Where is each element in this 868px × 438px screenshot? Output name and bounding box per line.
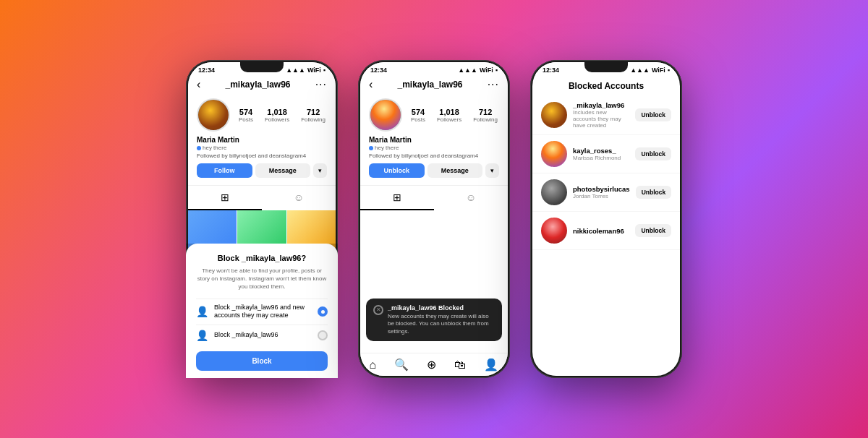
wifi-icon-3: WiFi — [652, 66, 665, 74]
back-icon-1[interactable]: ‹ — [197, 78, 200, 91]
home-icon-2[interactable]: ⌂ — [370, 358, 377, 372]
chevron-button-2[interactable]: ▾ — [485, 163, 499, 178]
grid-posts-icon-1: ⊞ — [221, 192, 229, 203]
blocked-accounts-title: Blocked Accounts — [532, 75, 680, 95]
blocked-item-1: _mikayla_law96 Includes new accounts the… — [532, 95, 680, 135]
block-dialog: Block _mikayla_law96? They won't be able… — [188, 244, 336, 376]
stat-posts-2: 574 Posts — [411, 108, 425, 123]
status-icons-1: ▲▲▲ WiFi ▪ — [286, 66, 326, 74]
grid-tabs-1: ⊞ ☺ — [188, 185, 336, 210]
block-option-icon-2: 👤 — [196, 330, 208, 341]
profile-username-1: _mikayla_law96 — [225, 80, 290, 90]
grid-tab-tagged-1[interactable]: ☺ — [262, 186, 336, 210]
toast-text: _mikayla_law96 Blocked New accounts they… — [388, 304, 495, 335]
stats-1: 574 Posts 1,018 Followers 712 Following — [237, 108, 327, 123]
profile-username-2: _mikayla_law96 — [397, 80, 462, 90]
blocked-item-2: kayla_roses_ Marissa Richmond Unblock — [532, 135, 680, 173]
more-icon-1[interactable]: ··· — [315, 78, 327, 91]
phone1-content: ‹ _mikayla_law96 ··· 574 Posts — [188, 75, 336, 376]
blocked-sub-3: Jordan Torres — [573, 193, 630, 199]
unblock-btn-2[interactable]: Unblock — [635, 147, 671, 160]
block-option-1[interactable]: 👤 Block _mikayla_law96 and new accounts … — [196, 299, 328, 325]
search-icon-2[interactable]: 🔍 — [394, 358, 409, 372]
chevron-button-1[interactable]: ▾ — [313, 163, 327, 178]
posts-num-2: 574 — [411, 108, 425, 116]
block-dialog-desc: They won't be able to find your profile,… — [196, 267, 328, 291]
profile-header-1: 574 Posts 1,018 Followers 712 Following — [197, 98, 327, 132]
notch-1 — [240, 62, 284, 72]
posts-label-1: Posts — [239, 116, 253, 123]
message-button-2[interactable]: Message — [427, 163, 483, 178]
posts-num-1: 574 — [239, 108, 253, 116]
blocked-sub-2: Marissa Richmond — [573, 155, 629, 161]
shop-icon-2[interactable]: 🛍 — [454, 358, 466, 372]
block-option-text-2: Block _mikayla_law96 — [214, 331, 312, 340]
block-dialog-title: Block _mikayla_law96? — [196, 254, 328, 262]
blocked-accounts-list: _mikayla_law96 Includes new accounts the… — [532, 95, 680, 376]
stat-posts-1: 574 Posts — [239, 108, 253, 123]
blocked-avatar-3[interactable] — [541, 179, 567, 205]
nav-bar-1: ‹ _mikayla_law96 ··· — [188, 75, 336, 94]
status-bar-2: 12:34 ▲▲▲ WiFi ▪ — [360, 62, 508, 75]
notch-3 — [584, 62, 628, 72]
status-time-1: 12:34 — [198, 66, 215, 74]
blocked-name-4: nikkicoleman96 — [573, 227, 629, 235]
radio-option-2[interactable] — [318, 330, 328, 340]
blocked-info-2: kayla_roses_ Marissa Richmond — [573, 147, 629, 161]
nav-bar-2: ‹ _mikayla_law96 ··· — [360, 75, 508, 94]
back-icon-2[interactable]: ‹ — [369, 78, 373, 91]
action-buttons-1: Follow Message ▾ — [197, 163, 327, 178]
followers-num-2: 1,018 — [437, 108, 461, 116]
radio-option-1[interactable] — [318, 306, 328, 317]
block-option-2[interactable]: 👤 Block _mikayla_law96 — [196, 325, 328, 345]
signal-icon-3: ▲▲▲ — [630, 66, 650, 74]
blocked-avatar-4[interactable] — [541, 218, 567, 244]
profile-section-1: 574 Posts 1,018 Followers 712 Following — [188, 94, 336, 182]
stat-following-2: 712 Following — [473, 108, 498, 123]
blocked-avatar-1[interactable] — [541, 102, 567, 128]
profile-followed-1: Followed by billynotjoel and deanstagram… — [197, 153, 327, 159]
blocked-info-3: photosbysirlucas Jordan Torres — [573, 185, 630, 199]
more-icon-2[interactable]: ··· — [488, 78, 499, 91]
blocked-avatar-2[interactable] — [541, 141, 567, 167]
profile-icon-2[interactable]: 👤 — [484, 358, 498, 372]
grid-tab-posts-1[interactable]: ⊞ — [188, 186, 262, 210]
profile-section-2: 574 Posts 1,018 Followers 712 Following … — [360, 94, 508, 182]
battery-icon-2: ▪ — [495, 66, 498, 74]
blocked-name-3: photosbysirlucas — [573, 185, 630, 193]
avatar-2[interactable] — [369, 98, 402, 132]
avatar-1[interactable] — [197, 98, 230, 132]
following-num-2: 712 — [473, 108, 498, 116]
grid-tagged-icon-2: ☺ — [466, 192, 476, 203]
blocked-sub-1: Includes new accounts they may have crea… — [573, 109, 629, 129]
unblock-btn-1[interactable]: Unblock — [635, 108, 671, 121]
profile-name-2: Maria Martin — [369, 136, 499, 144]
grid-tab-posts-2[interactable]: ⊞ — [360, 186, 434, 210]
followers-label-1: Followers — [265, 116, 289, 123]
unblock-btn-3[interactable]: Unblock — [636, 186, 672, 199]
blocked-name-1: _mikayla_law96 — [573, 101, 629, 109]
action-buttons-2: Unblock Message ▾ — [369, 163, 499, 178]
block-button[interactable]: Block — [196, 351, 328, 371]
status-icons-3: ▲▲▲ WiFi ▪ — [630, 66, 670, 74]
message-button-1[interactable]: Message — [255, 163, 311, 178]
blocked-item-3: photosbysirlucas Jordan Torres Unblock — [532, 173, 680, 212]
grid-tagged-icon-1: ☺ — [294, 192, 304, 203]
plus-icon-2[interactable]: ⊕ — [427, 358, 436, 372]
grid-tab-tagged-2[interactable]: ☺ — [434, 186, 508, 210]
unblock-btn-4[interactable]: Unblock — [635, 224, 671, 237]
phone-1: 12:34 ▲▲▲ WiFi ▪ ‹ _mikayla_law96 ··· — [186, 60, 338, 378]
phone-3: 12:34 ▲▲▲ WiFi ▪ Blocked Accounts _mikay… — [530, 60, 682, 378]
wifi-icon: WiFi — [307, 66, 321, 74]
unblock-button-2[interactable]: Unblock — [369, 163, 425, 178]
profile-bio-1: hey there — [197, 145, 327, 151]
verified-dot-1 — [197, 146, 201, 150]
profile-name-1: Maria Martin — [197, 136, 327, 144]
follow-button-1[interactable]: Follow — [197, 163, 252, 178]
stats-2: 574 Posts 1,018 Followers 712 Following — [409, 108, 499, 123]
followers-label-2: Followers — [437, 116, 461, 123]
bottom-nav-2: ⌂ 🔍 ⊕ 🛍 👤 — [360, 353, 508, 376]
blocked-info-4: nikkicoleman96 — [573, 227, 629, 235]
grid-tabs-2: ⊞ ☺ — [360, 185, 508, 210]
posts-label-2: Posts — [411, 116, 425, 123]
